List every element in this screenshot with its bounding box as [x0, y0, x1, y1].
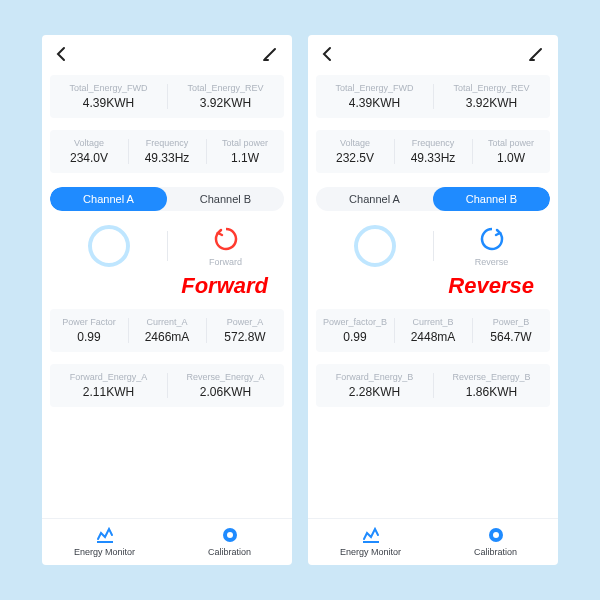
power: Power_A 572.8W: [206, 309, 284, 352]
power-factor: Power_factor_B 0.99: [316, 309, 394, 352]
energy-monitor-icon: [361, 525, 381, 545]
reverse-arc-icon: [478, 225, 506, 253]
reverse-energy: Reverse_Energy_A 2.06KWH: [167, 364, 284, 407]
channel-toggle[interactable]: [316, 221, 433, 271]
ring-icon: [88, 225, 130, 267]
tab-channel-a[interactable]: Channel A: [316, 187, 433, 211]
total-energy-rev: Total_Energy_REV 3.92KWH: [433, 75, 550, 118]
channel-stats-row: Power Factor 0.99 Current_A 2466mA Power…: [50, 309, 284, 352]
total-power: Total power 1.1W: [206, 130, 284, 173]
phone-reverse: Total_Energy_FWD 4.39KWH Total_Energy_RE…: [308, 35, 558, 565]
totals-row: Total_Energy_FWD 4.39KWH Total_Energy_RE…: [316, 75, 550, 118]
nav-calibration[interactable]: Calibration: [167, 525, 292, 557]
channel-tabs: Channel A Channel B: [316, 187, 550, 211]
current: Current_A 2466mA: [128, 309, 206, 352]
total-energy-fwd: Total_Energy_FWD 4.39KWH: [316, 75, 433, 118]
forward-energy: Forward_Energy_A 2.11KWH: [50, 364, 167, 407]
nav-calibration[interactable]: Calibration: [433, 525, 558, 557]
total-power: Total power 1.0W: [472, 130, 550, 173]
tab-channel-b[interactable]: Channel B: [433, 187, 550, 211]
edit-icon[interactable]: [528, 45, 546, 63]
power-factor: Power Factor 0.99: [50, 309, 128, 352]
direction-indicator: Reverse: [433, 221, 550, 271]
channel-energy-row: Forward_Energy_A 2.11KWH Reverse_Energy_…: [50, 364, 284, 407]
bottom-nav: Energy Monitor Calibration: [308, 518, 558, 565]
svg-point-2: [227, 532, 233, 538]
current: Current_B 2448mA: [394, 309, 472, 352]
nav-label: Energy Monitor: [340, 547, 401, 557]
channel-stats-row: Power_factor_B 0.99 Current_B 2448mA Pow…: [316, 309, 550, 352]
frequency: Frequency 49.33Hz: [394, 130, 472, 173]
direction-indicator: Forward: [167, 221, 284, 271]
edit-icon[interactable]: [262, 45, 280, 63]
power: Power_B 564.7W: [472, 309, 550, 352]
direction-label: Forward: [209, 257, 242, 267]
big-direction-label: Forward: [42, 273, 292, 301]
nav-label: Energy Monitor: [74, 547, 135, 557]
channel-energy-row: Forward_Energy_B 2.28KWH Reverse_Energy_…: [316, 364, 550, 407]
direction-row: Reverse: [316, 221, 550, 271]
topbar: [308, 35, 558, 69]
calibration-icon: [220, 525, 240, 545]
tab-channel-a[interactable]: Channel A: [50, 187, 167, 211]
nav-label: Calibration: [474, 547, 517, 557]
totals-row: Total_Energy_FWD 4.39KWH Total_Energy_RE…: [50, 75, 284, 118]
value: 4.39KWH: [54, 96, 163, 110]
direction-label: Reverse: [475, 257, 509, 267]
label: Total_Energy_REV: [171, 83, 280, 93]
frequency: Frequency 49.33Hz: [128, 130, 206, 173]
bottom-nav: Energy Monitor Calibration: [42, 518, 292, 565]
stats-row: Voltage 232.5V Frequency 49.33Hz Total p…: [316, 130, 550, 173]
total-energy-rev: Total_Energy_REV 3.92KWH: [167, 75, 284, 118]
value: 3.92KWH: [171, 96, 280, 110]
voltage: Voltage 232.5V: [316, 130, 394, 173]
big-direction-label: Reverse: [308, 273, 558, 301]
stats-row: Voltage 234.0V Frequency 49.33Hz Total p…: [50, 130, 284, 173]
forward-energy: Forward_Energy_B 2.28KWH: [316, 364, 433, 407]
voltage: Voltage 234.0V: [50, 130, 128, 173]
total-energy-fwd: Total_Energy_FWD 4.39KWH: [50, 75, 167, 118]
calibration-icon: [486, 525, 506, 545]
reverse-energy: Reverse_Energy_B 1.86KWH: [433, 364, 550, 407]
tab-channel-b[interactable]: Channel B: [167, 187, 284, 211]
back-icon[interactable]: [54, 46, 70, 62]
channel-toggle[interactable]: [50, 221, 167, 271]
nav-energy-monitor[interactable]: Energy Monitor: [308, 525, 433, 557]
ring-icon: [354, 225, 396, 267]
energy-monitor-icon: [95, 525, 115, 545]
label: Total_Energy_FWD: [54, 83, 163, 93]
nav-label: Calibration: [208, 547, 251, 557]
topbar: [42, 35, 292, 69]
forward-arc-icon: [212, 225, 240, 253]
svg-point-5: [493, 532, 499, 538]
back-icon[interactable]: [320, 46, 336, 62]
nav-energy-monitor[interactable]: Energy Monitor: [42, 525, 167, 557]
direction-row: Forward: [50, 221, 284, 271]
channel-tabs: Channel A Channel B: [50, 187, 284, 211]
phone-forward: Total_Energy_FWD 4.39KWH Total_Energy_RE…: [42, 35, 292, 565]
